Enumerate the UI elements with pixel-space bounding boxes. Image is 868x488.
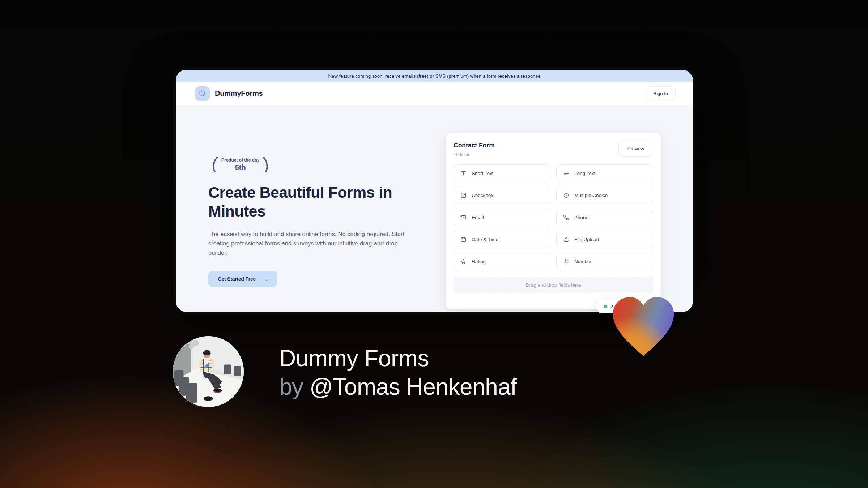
brand[interactable]: DummyForms bbox=[195, 86, 263, 101]
envelope-icon bbox=[460, 214, 467, 221]
author-photo bbox=[173, 336, 244, 407]
app-header: DummyForms Sign In bbox=[176, 82, 693, 105]
badge-rank: 5th bbox=[221, 163, 259, 172]
credit-title: Dummy Forms bbox=[279, 344, 517, 373]
dropzone-text: Drag and drop fields here bbox=[526, 282, 581, 288]
page-title: Create Beautiful Forms in Minutes bbox=[208, 183, 433, 221]
phone-icon bbox=[563, 214, 570, 221]
hero-section: Product of the day 5th bbox=[176, 105, 693, 312]
promo-stage: New feature coming soon: receive emails … bbox=[0, 0, 868, 488]
announcement-banner: New feature coming soon: receive emails … bbox=[176, 70, 693, 82]
form-builder-card: Contact Form 10 fields Preview Short Tex… bbox=[446, 133, 661, 309]
laurel-wreath-icon bbox=[261, 155, 272, 174]
browser-window-frame: New feature coming soon: receive emails … bbox=[173, 67, 695, 314]
preview-button[interactable]: Preview bbox=[618, 141, 653, 157]
brand-name: DummyForms bbox=[215, 89, 263, 98]
field-tile-phone[interactable]: Phone bbox=[556, 209, 653, 226]
checkbox-icon bbox=[460, 192, 467, 199]
field-dropzone[interactable]: Drag and drop fields here bbox=[454, 277, 653, 293]
star-icon bbox=[460, 258, 467, 265]
sign-in-button[interactable]: Sign In bbox=[646, 86, 676, 100]
field-tile-date-time[interactable]: Date & Time bbox=[454, 231, 550, 248]
online-dot-icon bbox=[604, 305, 607, 308]
calendar-icon bbox=[460, 236, 467, 243]
field-tile-email[interactable]: Email bbox=[454, 209, 550, 226]
cta-label: Get Started Free bbox=[218, 276, 256, 282]
upload-icon bbox=[563, 236, 570, 243]
credit-block: Dummy Forms by @Tomas Henkenhaf bbox=[279, 344, 517, 402]
field-tile-short-text[interactable]: Short Text bbox=[454, 164, 550, 182]
radio-icon bbox=[563, 192, 570, 199]
field-tile-multiple-choice[interactable]: Multiple Choice bbox=[556, 187, 653, 204]
long-text-icon bbox=[563, 170, 570, 177]
short-text-icon bbox=[460, 170, 467, 177]
laurel-wreath-icon bbox=[208, 155, 219, 174]
announcement-text: New feature coming soon: receive emails … bbox=[328, 73, 541, 79]
product-of-the-day-badge: Product of the day 5th bbox=[208, 155, 272, 174]
credit-by: by bbox=[279, 374, 310, 400]
dummyforms-app-window: New feature coming soon: receive emails … bbox=[176, 70, 693, 312]
field-tile-checkbox[interactable]: Checkbox bbox=[454, 187, 550, 204]
arrow-right-icon: → bbox=[262, 276, 268, 282]
field-tile-number[interactable]: Number bbox=[556, 253, 653, 270]
gradient-heart-icon bbox=[608, 293, 679, 359]
credit-author: @Tomas Henkenhaf bbox=[310, 374, 517, 400]
field-palette: Short Text Long Text bbox=[454, 164, 653, 270]
dashed-select-cursor-icon bbox=[195, 86, 210, 101]
badge-title: Product of the day bbox=[221, 158, 259, 163]
field-tile-file-upload[interactable]: File Upload bbox=[556, 231, 653, 248]
hero-description: The easiest way to build and share onlin… bbox=[208, 229, 416, 257]
get-started-button[interactable]: Get Started Free → bbox=[208, 271, 277, 287]
field-tile-rating[interactable]: Rating bbox=[454, 253, 550, 270]
field-tile-long-text[interactable]: Long Text bbox=[556, 164, 653, 182]
hero-left-column: Product of the day 5th bbox=[208, 155, 440, 287]
hash-icon bbox=[563, 258, 570, 265]
